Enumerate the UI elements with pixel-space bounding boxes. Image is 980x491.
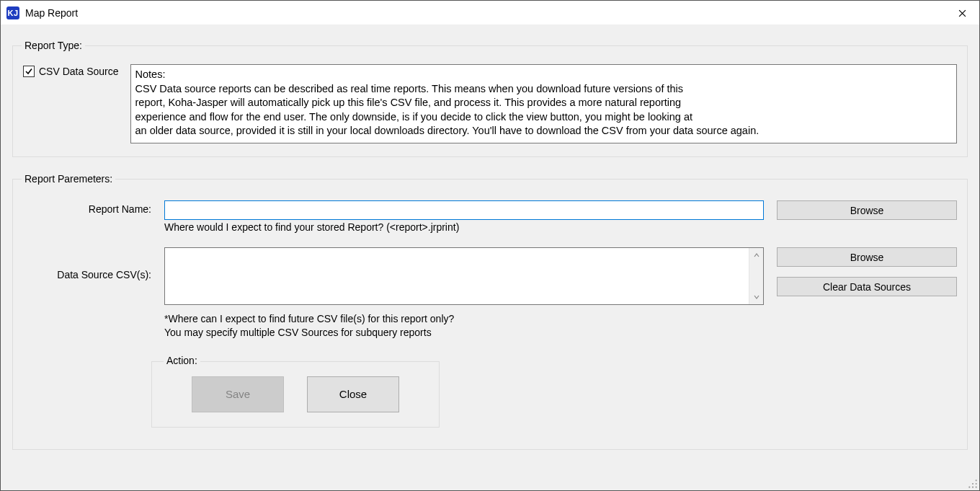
csv-data-source-label: CSV Data Source xyxy=(39,66,119,77)
close-icon[interactable] xyxy=(945,1,979,25)
save-button: Save xyxy=(192,376,284,412)
report-parameters-group: Report Paremeters: Report Name: Where wo… xyxy=(12,173,968,450)
resize-grip-icon[interactable] xyxy=(968,479,978,489)
action-group: Action: Save Close xyxy=(151,361,440,428)
notes-line: experience and flow for the end user. Th… xyxy=(135,110,953,125)
close-button[interactable]: Close xyxy=(307,376,399,412)
scrollbar[interactable] xyxy=(749,248,763,304)
report-type-group: Report Type: CSV Data Source Notes: CSV … xyxy=(12,40,968,157)
report-parameters-legend: Report Paremeters: xyxy=(22,173,115,185)
browse-csv-button[interactable]: Browse xyxy=(777,247,957,267)
window-title: Map Report xyxy=(25,7,78,19)
svg-point-1 xyxy=(972,483,974,485)
browse-report-button[interactable]: Browse xyxy=(777,200,957,220)
svg-point-3 xyxy=(968,487,970,488)
svg-point-0 xyxy=(976,479,977,481)
csv-data-source-checkbox[interactable] xyxy=(23,66,35,77)
data-source-listbox[interactable] xyxy=(165,248,749,304)
title-bar: KJ Map Report xyxy=(1,1,979,25)
report-name-label: Report Name: xyxy=(23,200,151,215)
svg-point-4 xyxy=(972,487,974,488)
notes-header: Notes: xyxy=(135,68,953,82)
scroll-up-icon[interactable] xyxy=(749,248,763,262)
action-legend: Action: xyxy=(164,355,200,366)
svg-point-2 xyxy=(976,483,977,485)
data-source-label: Data Source CSV(s): xyxy=(23,247,151,280)
report-name-input[interactable] xyxy=(164,200,764,220)
notes-line: CSV Data source reports can be described… xyxy=(135,82,953,97)
report-name-hint: Where would I expect to find your stored… xyxy=(164,221,764,233)
data-source-hint: You may specify multiple CSV Sources for… xyxy=(164,326,764,340)
notes-line: report, Koha-Jasper will automatically p… xyxy=(135,96,953,110)
svg-point-5 xyxy=(976,487,977,488)
app-icon: KJ xyxy=(6,6,19,19)
notes-line: an older data source, provided it is sti… xyxy=(135,124,953,138)
notes-box: Notes: CSV Data source reports can be de… xyxy=(130,64,958,143)
data-source-hint: *Where can I expect to find future CSV f… xyxy=(164,312,764,326)
scroll-down-icon[interactable] xyxy=(749,290,763,304)
report-type-legend: Report Type: xyxy=(22,40,85,51)
clear-data-sources-button[interactable]: Clear Data Sources xyxy=(777,277,957,296)
